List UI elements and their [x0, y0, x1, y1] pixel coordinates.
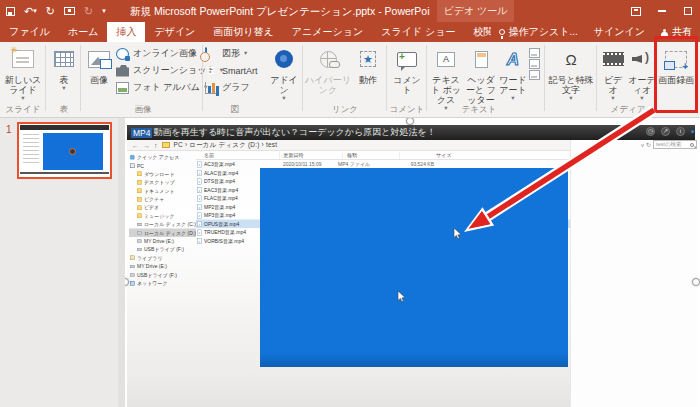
breadcrumb[interactable]: PC › ローカル ディスク (D:) › test: [174, 141, 278, 150]
video-playback-area[interactable]: [260, 168, 568, 367]
date-time-button[interactable]: [529, 48, 540, 58]
nav-item-icon: [130, 273, 135, 276]
smartart-button[interactable]: SmartArt: [205, 63, 258, 78]
new-slide-button[interactable]: 新しいスライド ▾: [2, 45, 44, 102]
nav-item-label: PC: [137, 163, 144, 169]
selection-handle-right[interactable]: [692, 278, 700, 286]
customize-qat-button[interactable]: ▾: [102, 0, 106, 22]
pictures-icon: [88, 51, 110, 68]
header-footer-button[interactable]: ヘッダーと フッター: [465, 45, 497, 105]
nav-item-icon: [137, 231, 142, 234]
file-name: AC3音楽.mp4: [204, 161, 283, 168]
group-images: 画像 オンライン画像 スクリーンショット▾ フォト アルバム▾ 画像: [84, 42, 202, 118]
maximize-button[interactable]: [681, 0, 695, 22]
online-pictures-button[interactable]: オンライン画像: [116, 46, 197, 61]
photo-album-button[interactable]: フォト アルバム▾: [116, 80, 207, 95]
media-file-icon: ♪: [197, 161, 202, 167]
nav-item[interactable]: ライブラリ: [129, 254, 196, 262]
thumb-dark-bar: [20, 125, 109, 130]
nav-item-label: ミュージック: [144, 212, 175, 219]
object-button[interactable]: [529, 70, 540, 80]
selection-handle-top[interactable]: [406, 118, 414, 125]
explorer-toolbar: ← → ↑ PC › ローカル ディスク (D:) › test: [127, 140, 570, 151]
redo-button[interactable]: ↻: [46, 0, 55, 22]
save-button[interactable]: [6, 0, 15, 22]
ribbon-right-item[interactable]: サインイン: [586, 22, 653, 42]
media-file-icon: ♪: [197, 170, 202, 176]
file-type: MP4 ファイル: [338, 161, 386, 168]
undo-icon: ↶: [24, 5, 33, 18]
back-icon[interactable]: ←: [132, 142, 139, 149]
nav-item-icon: [137, 223, 142, 226]
refresh-icon[interactable]: ↻: [646, 141, 651, 148]
ribbon-tab[interactable]: ファイル: [0, 22, 59, 42]
repeat-icon: ↻: [84, 5, 93, 18]
panel-divider[interactable]: [118, 118, 125, 407]
column-type[interactable]: 種類: [347, 152, 395, 159]
info-icon[interactable]: i: [676, 127, 685, 136]
chart-button[interactable]: グラフ: [205, 80, 250, 95]
ribbon-tab[interactable]: 挿入: [107, 22, 145, 42]
nav-item-label: MY Drive (E:): [144, 238, 174, 244]
search-input[interactable]: testの検索: [653, 140, 697, 149]
header-footer-icon: [475, 51, 488, 68]
ribbon-display-options-button[interactable]: [629, 0, 643, 22]
nav-item-label: デスクトップ: [144, 179, 175, 186]
nav-item[interactable]: MY Drive (E:): [129, 262, 196, 270]
nav-item[interactable]: ダウンロード: [129, 170, 196, 178]
group-slides: 新しいスライド ▾ スライド: [2, 42, 44, 118]
nav-item[interactable]: ローカル ディスク (D:): [129, 229, 196, 237]
nav-item-label: クイック アクセス: [137, 154, 179, 161]
undo-button[interactable]: ↶▾: [24, 0, 37, 22]
nav-item-icon: [130, 265, 135, 268]
nav-item[interactable]: ドキュメント: [129, 187, 196, 195]
column-size[interactable]: サイズ: [404, 152, 452, 159]
nav-item[interactable]: ビデオ: [129, 203, 196, 211]
slide-thumbnail[interactable]: [17, 122, 112, 179]
nav-item[interactable]: ネットワーク: [129, 279, 196, 287]
slide-number-button[interactable]: [529, 59, 540, 69]
nav-item[interactable]: USBドライブ (F:): [129, 271, 196, 279]
group-links: ハイパーリンク ★ 動作 リンク: [305, 42, 385, 118]
action-icon: ★: [360, 51, 376, 67]
action-button[interactable]: ★ 動作: [353, 45, 383, 85]
nav-item[interactable]: MY Drive (E:): [129, 237, 196, 245]
nav-item[interactable]: ローカル ディスク (C:): [129, 220, 196, 228]
column-date[interactable]: 更新日時: [284, 152, 339, 159]
comment-button[interactable]: コメント: [389, 45, 425, 95]
nav-item[interactable]: PC: [129, 161, 196, 169]
forward-icon[interactable]: →: [143, 142, 150, 149]
symbol-button[interactable]: Ω 記号と特殊文字 ▾: [547, 45, 595, 102]
chevron-down-icon[interactable]: v: [641, 142, 644, 148]
ribbon-tab[interactable]: 画面切り替え: [204, 22, 282, 42]
ribbon-right-item[interactable]: 操作アシスト...: [491, 22, 586, 42]
nav-item[interactable]: ピクチャ: [129, 195, 196, 203]
media-file-icon: ♪: [197, 195, 202, 201]
group-label-links: リンク: [305, 104, 385, 116]
ribbon-tab[interactable]: ホーム: [59, 22, 107, 42]
nav-item-icon: [130, 163, 135, 168]
history-icon[interactable]: ◷: [646, 127, 655, 136]
table-button[interactable]: 表 ▾: [49, 45, 79, 92]
shapes-button[interactable]: 図形▾: [205, 46, 247, 61]
nav-item[interactable]: デスクトップ: [129, 178, 196, 186]
column-name[interactable]: 名前: [196, 152, 275, 159]
textbox-button[interactable]: A テキスト ボックス ▾: [429, 45, 463, 112]
share-icon[interactable]: ↗: [661, 127, 670, 136]
file-list-header: 名前 更新日時 種類 サイズ: [196, 151, 570, 160]
omega-icon: Ω: [565, 52, 576, 67]
minimize-button[interactable]: [655, 0, 669, 22]
video-button[interactable]: ビデオ ▾: [600, 45, 626, 102]
ribbon-tab[interactable]: デザイン: [145, 22, 204, 42]
up-icon[interactable]: ↑: [154, 142, 158, 149]
ribbon-tab[interactable]: スライド ショー: [372, 22, 464, 42]
nav-item[interactable]: USBドライブ (F:): [129, 245, 196, 253]
start-slideshow-button[interactable]: [64, 0, 75, 22]
audio-button[interactable]: オーディオ ▾: [628, 45, 656, 102]
addins-button[interactable]: アドイン ▾: [267, 45, 301, 102]
ribbon-tab[interactable]: アニメーション: [283, 22, 372, 42]
pictures-button[interactable]: 画像: [84, 45, 114, 85]
nav-item[interactable]: ミュージック: [129, 212, 196, 220]
nav-item[interactable]: クイック アクセス: [129, 153, 196, 161]
wordart-button[interactable]: A ワード アート ▾: [499, 45, 527, 102]
